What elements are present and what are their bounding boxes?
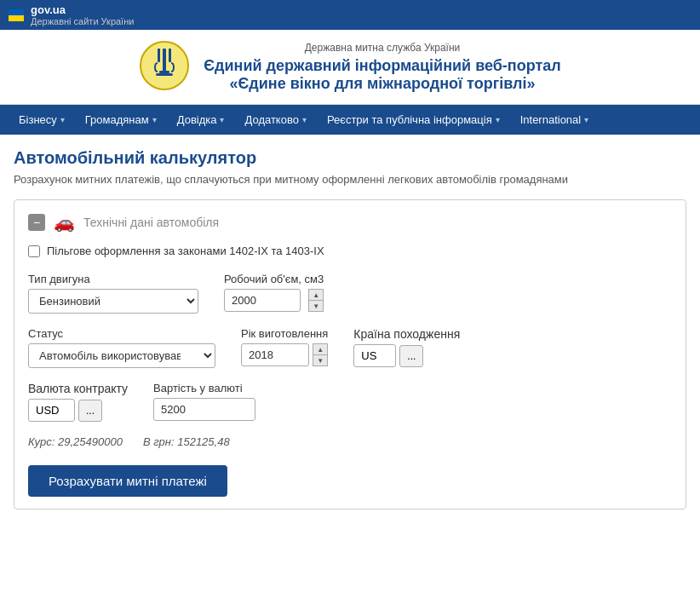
- volume-input[interactable]: [224, 289, 301, 312]
- year-group: Рік виготовлення ▲ ▼: [241, 327, 328, 368]
- status-label: Статус: [28, 327, 215, 340]
- year-label: Рік виготовлення: [241, 327, 328, 340]
- privilege-label: Пільгове оформлення за законами 1402-IX …: [47, 245, 324, 257]
- volume-group: Робочий об'єм, см3 ▲ ▼: [224, 273, 324, 314]
- volume-spinner-btns: ▲ ▼: [308, 289, 324, 312]
- value-group: Вартість у валюті: [153, 382, 255, 422]
- volume-spinner: ▲ ▼: [224, 289, 324, 312]
- ukraine-flag: [9, 9, 24, 21]
- header: Державна митна служба України Єдиний дер…: [0, 30, 700, 105]
- year-down-button[interactable]: ▼: [313, 354, 328, 366]
- uah-text: В грн: 152125,48: [143, 435, 230, 448]
- block-header: − 🚗 Технічні дані автомобіля: [28, 212, 672, 233]
- car-icon: 🚗: [54, 212, 75, 233]
- country-label: Країна походження: [353, 327, 460, 341]
- page-title: Автомобільний калькулятор: [14, 148, 686, 168]
- nav-help[interactable]: Довідка ▾: [167, 105, 235, 135]
- main-content: Автомобільний калькулятор Розрахунок мит…: [0, 135, 700, 523]
- currency-code-input[interactable]: [28, 399, 75, 422]
- value-label: Вартість у валюті: [153, 382, 255, 394]
- status-group: Статус Автомобіль використовувався до 5 …: [28, 327, 215, 368]
- chevron-down-icon: ▾: [496, 115, 500, 124]
- sites-label: Державні сайти України: [31, 16, 134, 26]
- year-input[interactable]: [241, 343, 309, 366]
- logo: [139, 40, 190, 94]
- engine-volume-row: Тип двигуна Бензиновий Робочий об'єм, см…: [28, 273, 672, 314]
- currency-value-row: Валюта контракту ... Вартість у валюті: [28, 382, 672, 422]
- trident-icon: [139, 40, 190, 91]
- portal-title1: Єдиний державний інформаційний веб-порта…: [204, 57, 561, 75]
- chevron-down-icon: ▾: [220, 115, 224, 124]
- year-spinner: ▲ ▼: [241, 343, 328, 366]
- svg-rect-6: [159, 71, 169, 73]
- top-bar-links: gov.ua Державні сайти України: [31, 3, 134, 26]
- privilege-checkbox[interactable]: [28, 245, 40, 257]
- status-select[interactable]: Автомобіль використовувався до 5 р....: [28, 343, 215, 368]
- currency-dots-button[interactable]: ...: [78, 400, 102, 422]
- header-title: Державна митна служба України Єдиний дер…: [204, 42, 561, 93]
- currency-group: Валюта контракту ...: [28, 382, 128, 422]
- country-dots-button[interactable]: ...: [399, 345, 423, 367]
- value-input[interactable]: [153, 398, 255, 421]
- volume-label: Робочий об'єм, см3: [224, 273, 324, 285]
- privilege-checkbox-row: Пільгове оформлення за законами 1402-IX …: [28, 245, 672, 257]
- svg-rect-7: [156, 73, 173, 76]
- year-spinner-btns: ▲ ▼: [313, 343, 328, 366]
- country-group: Країна походження ...: [353, 327, 460, 368]
- currency-label: Валюта контракту: [28, 382, 128, 395]
- page-description: Розрахунок митних платежів, що сплачують…: [14, 173, 686, 186]
- main-nav: Бізнесу ▾ Громадянам ▾ Довідка ▾ Додатко…: [0, 105, 700, 135]
- country-code-input[interactable]: [353, 344, 396, 367]
- engine-select[interactable]: Бензиновий: [28, 289, 198, 314]
- volume-down-button[interactable]: ▼: [308, 300, 324, 312]
- volume-up-button[interactable]: ▲: [308, 289, 324, 300]
- nav-citizens[interactable]: Громадянам ▾: [75, 105, 167, 135]
- calc-block: − 🚗 Технічні дані автомобіля Пільгове оф…: [14, 199, 686, 509]
- collapse-button[interactable]: −: [28, 214, 45, 231]
- chevron-down-icon: ▾: [152, 115, 157, 124]
- nav-registries[interactable]: Реєстри та публічна інформація ▾: [317, 105, 510, 135]
- chevron-down-icon: ▾: [60, 115, 65, 124]
- nav-international[interactable]: International ▾: [510, 105, 600, 135]
- year-up-button[interactable]: ▲: [313, 343, 328, 354]
- org-name: Державна митна служба України: [204, 42, 561, 54]
- top-bar: gov.ua Державні сайти України: [0, 0, 700, 30]
- nav-additional[interactable]: Додатково ▾: [234, 105, 316, 135]
- calculate-button[interactable]: Розрахувати митні платежі: [28, 465, 227, 497]
- engine-label: Тип двигуна: [28, 273, 198, 285]
- rate-row: Курс: 29,25490000 В грн: 152125,48: [28, 435, 672, 448]
- block-title: Технічні дані автомобіля: [83, 216, 219, 229]
- portal-title2: «Єдине вікно для міжнародної торгівлі»: [204, 75, 561, 93]
- rate-text: Курс: 29,25490000: [28, 435, 123, 448]
- chevron-down-icon: ▾: [584, 115, 588, 124]
- country-row: ...: [353, 344, 460, 367]
- chevron-down-icon: ▾: [302, 115, 307, 124]
- nav-business[interactable]: Бізнесу ▾: [9, 105, 75, 135]
- svg-rect-4: [158, 49, 160, 52]
- status-year-country-row: Статус Автомобіль використовувався до 5 …: [28, 327, 672, 368]
- currency-row: ...: [28, 399, 128, 422]
- svg-rect-5: [169, 49, 171, 52]
- engine-group: Тип двигуна Бензиновий: [28, 273, 198, 314]
- svg-rect-1: [163, 49, 166, 72]
- gov-link[interactable]: gov.ua: [31, 3, 134, 16]
